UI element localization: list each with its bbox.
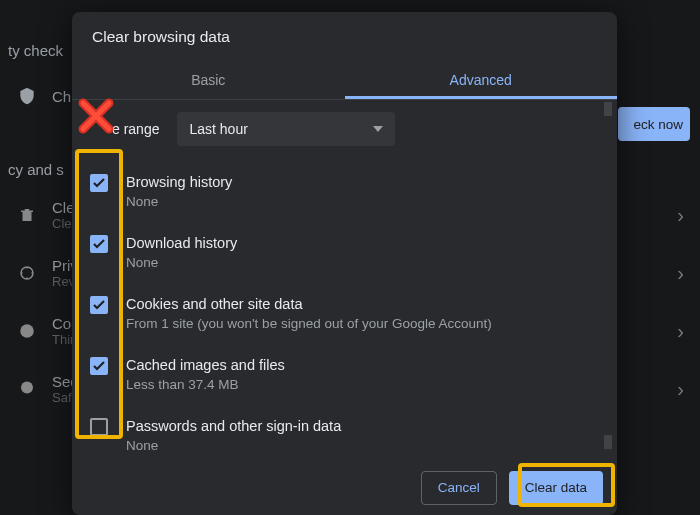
time-range-select[interactable]: Last hour	[177, 112, 395, 146]
dialog-body: e range Last hour Browsing history None	[72, 100, 617, 459]
dialog-footer: Cancel Clear data	[72, 459, 617, 515]
time-range-label: e range	[112, 121, 159, 137]
cookie-icon	[16, 320, 38, 342]
checkbox-browsing-history[interactable]	[90, 174, 108, 192]
option-sub: None	[126, 193, 232, 211]
clear-label: Clear data	[525, 480, 587, 495]
checkbox-cookies[interactable]	[90, 296, 108, 314]
time-range-row: e range Last hour	[112, 112, 599, 146]
chevron-right-icon: ›	[677, 262, 684, 285]
svg-point-0	[21, 267, 33, 279]
lock-icon	[16, 378, 38, 400]
options-list: Browsing history None Download history N…	[90, 164, 599, 459]
tab-strip: Basic Advanced	[72, 60, 617, 100]
shield-icon	[16, 85, 38, 107]
tab-advanced[interactable]: Advanced	[345, 60, 618, 99]
option-sub: Less than 37.4 MB	[126, 376, 285, 394]
option-sub: None	[126, 254, 237, 272]
time-range-value: Last hour	[189, 121, 247, 137]
option-download-history: Download history None	[90, 225, 599, 286]
cancel-button[interactable]: Cancel	[421, 471, 497, 505]
chevron-right-icon: ›	[677, 378, 684, 401]
chevron-right-icon: ›	[677, 204, 684, 227]
tab-basic[interactable]: Basic	[72, 60, 345, 99]
option-cookies: Cookies and other site data From 1 site …	[90, 286, 599, 347]
dialog-title: Clear browsing data	[72, 12, 617, 60]
option-cached-images: Cached images and files Less than 37.4 M…	[90, 347, 599, 408]
clear-browsing-data-dialog: Clear browsing data Basic Advanced e ran…	[72, 12, 617, 515]
option-title: Download history	[126, 233, 237, 253]
option-sub: From 1 site (you won't be signed out of …	[126, 315, 492, 333]
trash-icon	[16, 204, 38, 226]
check-now-button[interactable]: eck now	[618, 107, 690, 141]
option-passwords: Passwords and other sign-in data None	[90, 408, 599, 459]
check-now-label: eck now	[633, 117, 683, 132]
svg-point-1	[20, 324, 34, 338]
caret-down-icon	[373, 126, 383, 132]
chevron-right-icon: ›	[677, 320, 684, 343]
option-title: Cookies and other site data	[126, 294, 492, 314]
option-sub: None	[126, 437, 341, 455]
checkbox-download-history[interactable]	[90, 235, 108, 253]
checkbox-cached-images[interactable]	[90, 357, 108, 375]
option-title: Passwords and other sign-in data	[126, 416, 341, 436]
option-title: Cached images and files	[126, 355, 285, 375]
checkbox-passwords[interactable]	[90, 418, 108, 436]
tune-icon	[16, 262, 38, 284]
option-browsing-history: Browsing history None	[90, 164, 599, 225]
cancel-label: Cancel	[438, 480, 480, 495]
clear-data-button[interactable]: Clear data	[509, 471, 603, 505]
option-title: Browsing history	[126, 172, 232, 192]
